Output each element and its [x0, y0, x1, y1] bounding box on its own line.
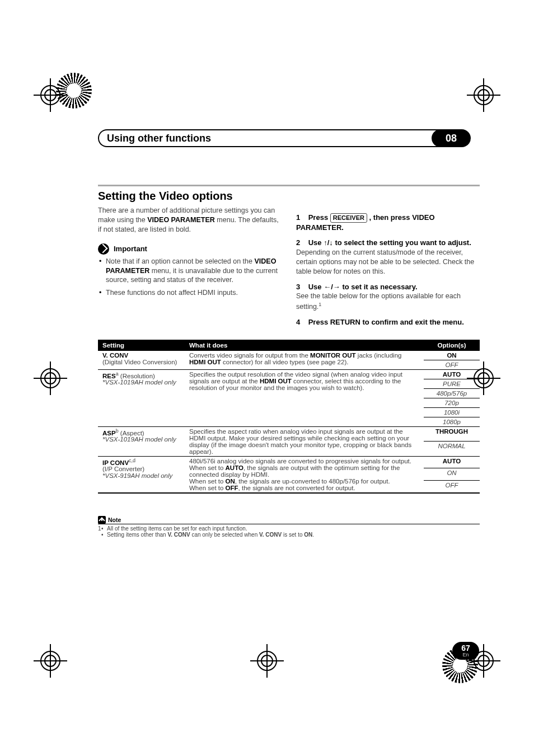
setting-name-cell: RESa (Resolution) *VSX-1019AH model only [98, 369, 185, 426]
registration-mark [250, 644, 284, 678]
option-cell: ON [424, 468, 480, 481]
list-item: These functions do not affect HDMI input… [98, 288, 282, 298]
section-heading: Setting the Video options [98, 190, 480, 203]
step-number: 2 [296, 238, 300, 247]
col-header-what: What it does [185, 340, 424, 351]
option-cell: 720p [424, 398, 480, 407]
arrow-left-right-icon: ←/→ [324, 283, 340, 291]
option-cell: 1080i [424, 407, 480, 417]
option-cell: 1080p [424, 417, 480, 426]
note-icon [98, 516, 106, 524]
page-header: Using other functions 08 [98, 129, 480, 147]
note-item: 1 All of the setting items can be set fo… [98, 525, 480, 532]
option-cell: OFF [424, 360, 480, 369]
option-cell: NORMAL [424, 442, 480, 457]
note-box: Note 1 All of the setting items can be s… [98, 516, 480, 538]
footnote-ref: 1 [318, 302, 321, 307]
settings-table: Setting What it does Option(s) V. CONV (… [98, 340, 480, 494]
rule [98, 185, 480, 186]
receiver-button-label: RECEIVER [330, 213, 367, 223]
col-header-setting: Setting [98, 340, 185, 351]
option-cell: 480p/576p [424, 388, 480, 398]
option-cell: THROUGH [424, 426, 480, 442]
setting-name-cell: V. CONV (Digital Video Conversion) [98, 351, 185, 370]
page-number: 67 [461, 644, 470, 652]
step-number: 3 [296, 283, 300, 291]
arrow-up-down-icon: ↑/↓ [324, 238, 333, 247]
setting-name-cell: ASPb (Aspect) *VSX-1019AH model only [98, 426, 185, 456]
step-number: 1 [296, 213, 300, 222]
left-column: There are a number of additional picture… [98, 206, 282, 327]
option-cell: AUTO [424, 456, 480, 468]
page-lang: En [462, 652, 469, 658]
intro-bold: VIDEO PARAMETER [147, 216, 215, 224]
page-content: Setting the Video options There are a nu… [98, 185, 480, 538]
registration-mark [34, 361, 67, 395]
col-header-options: Option(s) [424, 340, 480, 351]
option-cell: OFF [424, 480, 480, 492]
right-column: 1 Press RECEIVER , then press VIDEO PARA… [296, 206, 480, 327]
setting-desc-cell: Converts video signals for output from t… [185, 351, 424, 370]
setting-desc-cell: Specifies the output resolution of the v… [185, 369, 424, 426]
registration-mark [34, 644, 67, 678]
note-item: Setting items other than V. CONV can onl… [98, 532, 480, 538]
setting-name-cell: IP CONVc,d (I/P Converter) *VSX-919AH mo… [98, 456, 185, 493]
setting-desc-cell: 480i/576i analog video signals are conve… [185, 456, 424, 493]
option-cell: ON [424, 351, 480, 360]
page-number-tab: 67 En [452, 642, 479, 660]
step-number: 4 [296, 318, 300, 326]
note-label: Note [108, 516, 121, 523]
registration-mark [467, 78, 500, 112]
option-cell: AUTO [424, 369, 480, 379]
option-cell: PURE [424, 379, 480, 388]
chapter-number: 08 [446, 133, 457, 144]
setting-desc-cell: Specifies the aspect ratio when analog v… [185, 426, 424, 456]
registration-mark [34, 78, 67, 112]
list-item: Note that if an option cannot be selecte… [98, 257, 282, 285]
page-title: Using other functions [107, 133, 211, 144]
important-label: Important [114, 244, 147, 254]
step-description: Depending on the current status/mode of … [296, 248, 480, 276]
chapter-badge: 08 [432, 129, 471, 147]
important-icon [98, 243, 109, 255]
